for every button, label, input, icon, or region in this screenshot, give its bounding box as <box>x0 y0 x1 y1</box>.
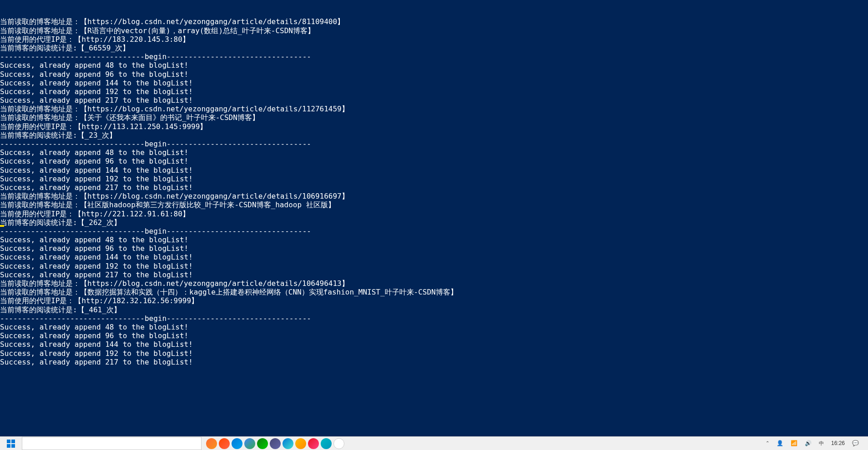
powershell-terminal[interactable]: 当前读取的博客地址是：【https://blog.csdn.net/yezong… <box>0 0 868 436</box>
terminal-line: 当前读取的博客地址是：【https://blog.csdn.net/yezong… <box>0 192 868 200</box>
terminal-line: ---------------------------------begin--… <box>0 227 311 235</box>
terminal-line: 当前使用的代理IP是：【http://182.32.162.56:9999】 <box>0 296 868 305</box>
tray-wifi-icon[interactable]: 📶 <box>791 440 797 446</box>
terminal-line: 当前博客的阅读统计是:【_461_次】 <box>0 305 868 314</box>
tray-language-icon[interactable]: 中 <box>819 440 824 446</box>
terminal-line: 当前博客的阅读统计是:【_23_次】 <box>0 131 868 140</box>
svg-rect-0 <box>7 440 10 443</box>
terminal-line: ---------------------------------begin--… <box>0 314 868 323</box>
app-icon-5[interactable] <box>257 438 268 449</box>
terminal-line: ---------------------------------begin--… <box>0 140 868 148</box>
terminal-line: Success, already append 48 to the blogLi… <box>0 61 868 70</box>
app-icon-8[interactable] <box>295 438 306 449</box>
terminal-line: Success, already append 217 to the blogL… <box>0 183 868 192</box>
svg-rect-1 <box>11 440 15 443</box>
terminal-line: Success, already append 217 to the blogL… <box>0 96 868 105</box>
terminal-line: Success, already append 192 to the blogL… <box>0 262 868 270</box>
taskbar-left-section <box>0 437 349 450</box>
terminal-line: ---------------------------------begin--… <box>0 52 868 61</box>
terminal-line: 当前读取的博客地址是：【R语言中的vector(向量)，array(数组)总结_… <box>0 26 868 35</box>
terminal-line: 当前读取的博客地址是：【https://blog.csdn.net/yezong… <box>0 105 868 113</box>
tray-chevron-icon[interactable]: ⌃ <box>766 440 769 446</box>
terminal-line: Success, already append 48 to the blogLi… <box>0 323 868 331</box>
terminal-line: Success, already append 192 to the blogL… <box>0 87 868 96</box>
taskbar-search-input[interactable] <box>22 437 202 450</box>
tray-people-icon[interactable]: 👤 <box>777 440 783 446</box>
terminal-line: Success, already append 144 to the blogL… <box>0 340 868 349</box>
svg-rect-3 <box>11 444 15 448</box>
terminal-line: Success, already append 48 to the blogLi… <box>0 148 868 157</box>
app-icon-3[interactable] <box>232 438 242 449</box>
terminal-line: 当前使用的代理IP是：【http://113.121.250.145:9999】 <box>0 122 868 131</box>
terminal-line: 当前博客的阅读统计是:【_262_次】 <box>0 218 868 227</box>
terminal-line: Success, already append 144 to the blogL… <box>0 79 868 87</box>
terminal-line: 当前读取的博客地址是：【数据挖掘算法和实践（十四）：kaggle上搭建卷积神经网… <box>0 288 868 296</box>
terminal-line: 当前博客的阅读统计是:【_66559_次】 <box>0 44 868 52</box>
terminal-line: Success, already append 192 to the blogL… <box>0 175 868 183</box>
windows-taskbar: ⌃ 👤 📶 🔊 中 16:26 💬 <box>0 436 868 450</box>
terminal-line: Success, already append 192 to the blogL… <box>0 349 868 358</box>
app-icon-9[interactable] <box>308 438 319 449</box>
app-icon-7[interactable] <box>283 438 293 449</box>
terminal-line: Success, already append 217 to the blogL… <box>0 270 868 279</box>
terminal-line: 当前读取的博客地址是：【https://blog.csdn.net/yezong… <box>0 17 868 26</box>
app-icon-2[interactable] <box>219 438 230 449</box>
terminal-line: Success, already append 96 to the blogLi… <box>0 331 868 340</box>
terminal-line: 当前读取的博客地址是：【https://blog.csdn.net/yezong… <box>0 279 868 288</box>
terminal-line: 当前读取的博客地址是：【社区版hadoop和第三方发行版比较_叶子叶来-CSDN… <box>0 200 868 209</box>
terminal-line: Success, already append 96 to the blogLi… <box>0 244 868 253</box>
app-icon-6[interactable] <box>270 438 281 449</box>
terminal-line: Success, already append 96 to the blogLi… <box>0 70 868 79</box>
tray-volume-icon[interactable]: 🔊 <box>805 440 812 446</box>
start-button[interactable] <box>0 437 22 450</box>
terminal-line: Success, already append 48 to the blogLi… <box>0 235 868 244</box>
terminal-line: Success, already append 144 to the blogL… <box>0 253 868 261</box>
app-icon-1[interactable] <box>206 438 217 449</box>
terminal-line: Success, already append 96 to the blogLi… <box>0 157 868 165</box>
notification-center-icon[interactable]: 💬 <box>852 440 859 446</box>
app-icon-4[interactable] <box>244 438 255 449</box>
terminal-line: 当前使用的代理IP是：【http://221.122.91.61:80】 <box>0 210 868 218</box>
taskbar-app-icons <box>202 438 349 449</box>
terminal-line: 当前读取的博客地址是：【关于《还我本来面目》的书记_叶子叶来-CSDN博客】 <box>0 113 868 122</box>
windows-icon <box>7 440 15 448</box>
taskbar-clock[interactable]: 16:26 <box>831 440 845 446</box>
terminal-line: Success, already append 144 to the blogL… <box>0 166 868 175</box>
taskbar-system-tray: ⌃ 👤 📶 🔊 中 16:26 💬 <box>766 440 868 446</box>
app-icon-10[interactable] <box>321 438 332 449</box>
app-icon-11[interactable] <box>333 438 344 449</box>
svg-rect-2 <box>7 444 10 448</box>
terminal-line: Success, already append 217 to the blogL… <box>0 358 868 366</box>
terminal-line: 当前使用的代理IP是：【http://183.220.145.3:80】 <box>0 35 868 44</box>
